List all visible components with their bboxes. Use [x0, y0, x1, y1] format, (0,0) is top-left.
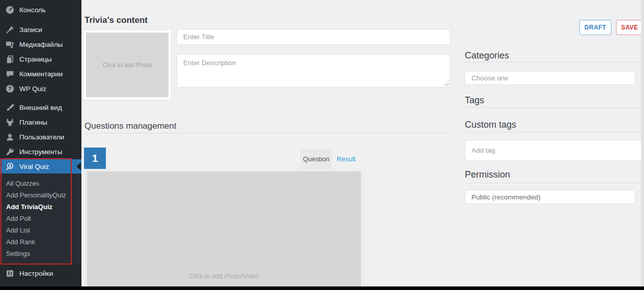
sidebar-item-wp-quiz[interactable]: ? WP Quiz	[0, 81, 81, 96]
sidebar-item-plugins[interactable]: Плагины	[0, 115, 81, 130]
active-menu-arrow-icon	[76, 162, 81, 170]
submenu-item-add-list[interactable]: Add List	[0, 224, 81, 236]
sidebar-item-pages[interactable]: Страницы	[0, 52, 81, 67]
submenu-item-settings[interactable]: Settings	[0, 248, 81, 259]
sidebar-item-label: Viral Quiz	[19, 163, 49, 170]
sidebar-item-label: Комментарии	[19, 70, 63, 78]
custom-tags-heading: Custom tags	[465, 120, 516, 130]
sidebar-item-label: Консоль	[19, 6, 46, 14]
questions-divider	[85, 133, 451, 133]
draft-button[interactable]: DRAFT	[579, 20, 611, 35]
viral-quiz-submenu: All Quizzes Add PersonalityQuiz Add Triv…	[0, 173, 81, 264]
sidebar-item-label: Страницы	[19, 55, 51, 63]
sidebar-item-appearance[interactable]: Внешний вид	[0, 100, 81, 115]
sidebar-item-label: Плагины	[19, 119, 47, 126]
sidebar-item-label: Пользователи	[19, 133, 64, 141]
questions-management-heading: Questions management	[85, 121, 177, 131]
comments-icon	[5, 69, 15, 79]
categories-select[interactable]	[465, 71, 635, 85]
dashboard-icon	[5, 5, 15, 15]
svg-text:?: ?	[8, 86, 11, 92]
scrollbar[interactable]	[641, 0, 644, 290]
sidebar-item-label: WP Quiz	[19, 85, 46, 93]
sidebar-item-label: Настройки	[19, 270, 53, 277]
sidebar-item-viral-quiz[interactable]: Viral Quiz	[0, 159, 81, 173]
sidebar-item-comments[interactable]: Комментарии	[0, 67, 81, 81]
quiz-description-textarea[interactable]	[177, 54, 451, 88]
sidebar-item-dashboard[interactable]: Консоль	[0, 3, 81, 17]
categories-divider	[465, 62, 643, 63]
permission-divider	[465, 183, 643, 183]
media-icon	[5, 40, 15, 49]
custom-tags-divider	[465, 132, 643, 132]
sidebar-item-tools[interactable]: Инструменты	[0, 144, 81, 159]
quiz-photo-upload[interactable]: Click to add Photo	[83, 30, 172, 100]
help-circle-icon: ?	[5, 84, 15, 94]
users-icon	[5, 132, 15, 142]
sidebar-item-label: Медиафайлы	[19, 41, 63, 48]
save-button[interactable]: SAVE	[616, 20, 643, 35]
sidebar-item-users[interactable]: Пользователи	[0, 130, 81, 144]
appearance-brush-icon	[5, 103, 15, 112]
permission-heading: Permission	[465, 169, 510, 180]
permission-select[interactable]	[465, 190, 635, 204]
sidebar-item-label: Инструменты	[19, 148, 62, 156]
sidebar-item-settings-ru[interactable]: Настройки	[0, 266, 81, 281]
bottom-black-bar	[0, 286, 644, 290]
sidebar-item-posts[interactable]: Записи	[0, 22, 81, 37]
settings-sliders-icon	[5, 269, 15, 278]
quiz-photo-placeholder[interactable]: Click to add Photo	[86, 33, 169, 97]
submenu-item-add-triviaquiz[interactable]: Add TriviaQuiz	[0, 201, 81, 213]
plugin-icon	[5, 118, 15, 127]
submenu-item-add-poll[interactable]: Add Poll	[0, 213, 81, 224]
admin-sidebar: Консоль Записи Медиафайлы Страницы	[0, 0, 81, 290]
submenu-item-add-personalityquiz[interactable]: Add PersonalityQuiz	[0, 189, 81, 201]
tags-divider	[465, 107, 643, 108]
question-media-upload[interactable]: Click to add Photo/Video	[87, 171, 361, 290]
quiz-title-input[interactable]	[177, 29, 451, 45]
tags-heading: Tags	[465, 95, 484, 106]
sidebar-item-media[interactable]: Медиафайлы	[0, 37, 81, 52]
submenu-item-all-quizzes[interactable]: All Quizzes	[0, 178, 81, 189]
tab-question[interactable]: Question	[300, 149, 332, 169]
trivia-content-heading: Trivia's content	[85, 15, 148, 25]
question-number-badge: 1	[84, 148, 106, 169]
categories-heading: Categories	[465, 50, 509, 61]
sidebar-item-label: Записи	[19, 26, 42, 34]
quiz-description-wrap	[177, 54, 451, 88]
sidebar-item-label: Внешний вид	[19, 104, 62, 111]
pin-icon	[5, 25, 15, 35]
wordpress-admin-screen: Консоль Записи Медиафайлы Страницы	[0, 0, 644, 290]
question-media-placeholder: Click to add Photo/Video	[87, 273, 361, 280]
question-panel: Click to add Photo/Video	[85, 169, 363, 290]
tools-wrench-icon	[5, 147, 15, 157]
add-tag-input[interactable]	[465, 140, 643, 161]
tab-result[interactable]: Result	[332, 149, 360, 169]
pages-icon	[5, 54, 15, 64]
viral-quiz-icon	[5, 162, 15, 171]
submenu-item-add-rank[interactable]: Add Rank	[0, 236, 81, 248]
